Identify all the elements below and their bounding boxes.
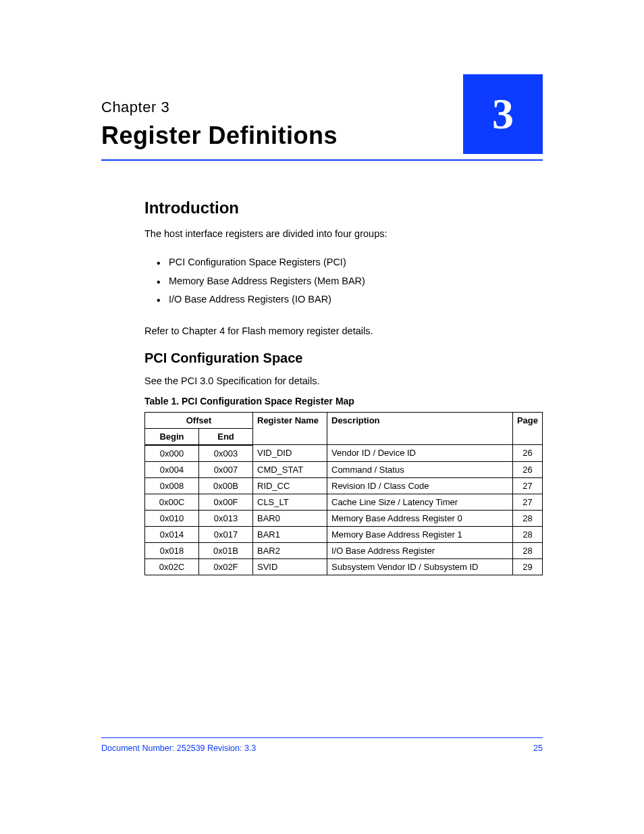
chapter-kicker: Chapter 3	[101, 99, 455, 116]
col-name: Register Name	[253, 412, 327, 445]
cell-begin: 0x014	[145, 526, 199, 542]
cell-desc: I/O Base Address Register	[327, 542, 513, 558]
cell-end: 0x007	[199, 461, 253, 477]
cell-end: 0x02F	[199, 558, 253, 575]
cell-page: 26	[512, 445, 542, 462]
cell-page: 27	[512, 477, 542, 494]
page: Chapter 3 Register Definitions 3 Introdu…	[0, 0, 644, 834]
cell-page: 27	[512, 494, 542, 510]
col-desc: Description	[327, 412, 513, 445]
cell-begin: 0x008	[145, 477, 199, 494]
section-pci-title: PCI Configuration Space	[144, 350, 543, 366]
cell-desc: Memory Base Address Register 0	[327, 510, 513, 526]
cell-name: BAR2	[253, 542, 327, 558]
cell-name: BAR1	[253, 526, 327, 542]
cell-end: 0x003	[199, 445, 253, 462]
table-row: 0x00C 0x00F CLS_LT Cache Line Size / Lat…	[145, 494, 543, 510]
cell-name: CLS_LT	[253, 494, 327, 510]
cell-page: 28	[512, 510, 542, 526]
cell-end: 0x01B	[199, 542, 253, 558]
list-item: PCI Configuration Space Registers (PCI)	[157, 253, 543, 272]
col-page: Page	[512, 412, 542, 445]
chapter-header: Chapter 3 Register Definitions 3	[101, 74, 543, 154]
page-number: 25	[533, 744, 543, 753]
intro-paragraph: The host interface registers are divided…	[144, 227, 543, 241]
table-row: 0x014 0x017 BAR1 Memory Base Address Reg…	[145, 526, 543, 542]
chapter-header-text: Chapter 3 Register Definitions	[101, 99, 455, 154]
list-item: I/O Base Address Registers (IO BAR)	[157, 290, 543, 309]
cell-desc: Memory Base Address Register 1	[327, 526, 513, 542]
cell-desc: Cache Line Size / Latency Timer	[327, 494, 513, 510]
cell-page: 29	[512, 558, 542, 575]
cell-end: 0x00F	[199, 494, 253, 510]
cell-begin: 0x010	[145, 510, 199, 526]
col-end: End	[199, 428, 253, 445]
intro-bullet-list: PCI Configuration Space Registers (PCI) …	[157, 253, 543, 309]
cell-desc: Revision ID / Class Code	[327, 477, 513, 494]
content: Introduction The host interface register…	[144, 199, 543, 575]
cell-desc: Vendor ID / Device ID	[327, 445, 513, 462]
table-row: 0x010 0x013 BAR0 Memory Base Address Reg…	[145, 510, 543, 526]
table-row: 0x018 0x01B BAR2 I/O Base Address Regist…	[145, 542, 543, 558]
cell-page: 28	[512, 542, 542, 558]
cell-begin: 0x000	[145, 445, 199, 462]
cell-name: RID_CC	[253, 477, 327, 494]
cell-begin: 0x004	[145, 461, 199, 477]
footer-rule	[101, 737, 543, 738]
table-row: 0x008 0x00B RID_CC Revision ID / Class C…	[145, 477, 543, 494]
pci-reference: See the PCI 3.0 Specification for detail…	[144, 375, 543, 386]
col-begin: Begin	[145, 428, 199, 445]
cell-name: BAR0	[253, 510, 327, 526]
chapter-number-badge: 3	[463, 74, 543, 154]
section-introduction-title: Introduction	[144, 199, 543, 217]
cell-begin: 0x018	[145, 542, 199, 558]
header-rule	[101, 159, 543, 161]
footer-row: Document Number: 252539 Revision: 3.3 25	[101, 744, 543, 753]
cell-name: CMD_STAT	[253, 461, 327, 477]
cell-desc: Subsystem Vendor ID / Subsystem ID	[327, 558, 513, 575]
col-offset: Offset	[145, 412, 253, 428]
table-row: 0x02C 0x02F SVID Subsystem Vendor ID / S…	[145, 558, 543, 575]
table-body: 0x000 0x003 VID_DID Vendor ID / Device I…	[145, 445, 543, 575]
cell-name: SVID	[253, 558, 327, 575]
cell-desc: Command / Status	[327, 461, 513, 477]
cell-end: 0x017	[199, 526, 253, 542]
cell-end: 0x00B	[199, 477, 253, 494]
cell-page: 26	[512, 461, 542, 477]
table-row: 0x004 0x007 CMD_STAT Command / Status 26	[145, 461, 543, 477]
cell-begin: 0x02C	[145, 558, 199, 575]
table-caption: Table 1. PCI Configuration Space Registe…	[144, 396, 543, 407]
intro-note: Refer to Chapter 4 for Flash memory regi…	[144, 324, 543, 338]
cell-end: 0x013	[199, 510, 253, 526]
cell-page: 28	[512, 526, 542, 542]
chapter-title: Register Definitions	[101, 122, 455, 150]
table-row: 0x000 0x003 VID_DID Vendor ID / Device I…	[145, 445, 543, 462]
table-header-row-1: Offset Register Name Description Page	[145, 412, 543, 428]
page-footer: Document Number: 252539 Revision: 3.3 25	[101, 737, 543, 753]
register-map-table: Offset Register Name Description Page Be…	[144, 412, 543, 575]
cell-name: VID_DID	[253, 445, 327, 462]
footer-left-text: Document Number: 252539 Revision: 3.3	[101, 744, 256, 753]
list-item: Memory Base Address Registers (Mem BAR)	[157, 272, 543, 291]
cell-begin: 0x00C	[145, 494, 199, 510]
footer-right: 25	[533, 744, 543, 753]
